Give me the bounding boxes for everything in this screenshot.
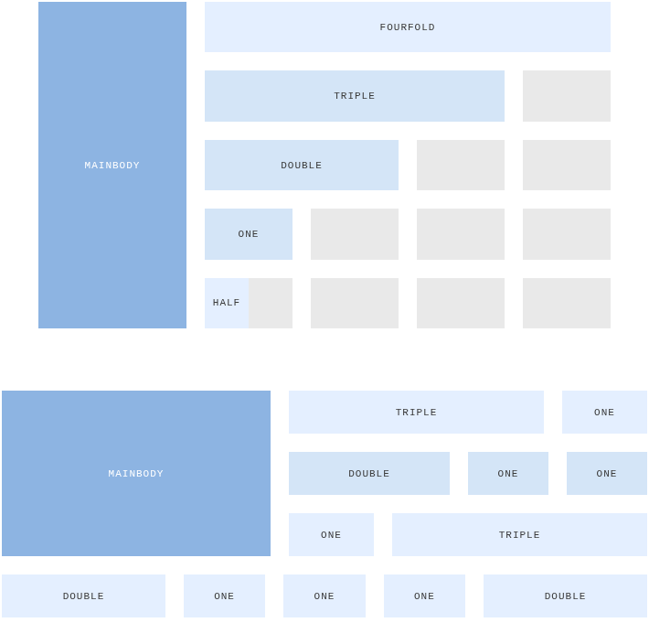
cell-triple: TRIPLE	[289, 391, 544, 434]
double-label: DOUBLE	[545, 591, 587, 602]
one-label: ONE	[214, 591, 235, 602]
cell-triple: TRIPLE	[392, 513, 647, 556]
double-tag: DOUBLE	[2, 574, 165, 617]
row-one: ONE	[205, 209, 611, 259]
grid-example-1: MAINBODY FOURFOLD TRIPLE	[0, 0, 649, 328]
triple-tag: TRIPLE	[289, 391, 544, 434]
double-label: DOUBLE	[281, 160, 323, 171]
one-label: ONE	[314, 591, 335, 602]
mainbody-panel: MAINBODY	[2, 391, 271, 556]
cell-one: ONE	[283, 574, 365, 617]
col	[417, 278, 505, 328]
one-tag: ONE	[562, 391, 647, 434]
one-tag: ONE	[567, 452, 647, 495]
row: DOUBLE ONE ONE	[289, 452, 647, 495]
col	[523, 140, 611, 190]
one-tag: ONE	[283, 574, 365, 617]
col	[311, 278, 399, 328]
double-label: DOUBLE	[63, 591, 105, 602]
one-label: ONE	[594, 407, 615, 418]
cell-double: DOUBLE	[484, 574, 647, 617]
col	[417, 140, 505, 190]
col	[523, 209, 611, 259]
one-label: ONE	[321, 530, 342, 541]
row-triple: TRIPLE	[205, 70, 611, 121]
mainbody-label: MAINBODY	[85, 160, 141, 171]
side-columns: FOURFOLD TRIPLE DOUBLE	[205, 2, 611, 328]
one-span: ONE	[205, 209, 293, 259]
row-fourfold: FOURFOLD	[205, 2, 611, 52]
col	[523, 70, 611, 121]
cell-double: DOUBLE	[2, 574, 165, 617]
col	[523, 278, 611, 328]
mainbody-panel: MAINBODY	[38, 2, 186, 328]
triple-label: TRIPLE	[499, 530, 541, 541]
half-label: HALF	[213, 297, 240, 308]
half-span: HALF	[205, 278, 249, 328]
cell-double: DOUBLE	[289, 452, 450, 495]
cell-one: ONE	[384, 574, 465, 617]
triple-label: TRIPLE	[334, 91, 376, 102]
cell-one: ONE	[562, 391, 647, 434]
one-label: ONE	[414, 591, 435, 602]
double-tag: DOUBLE	[484, 574, 647, 617]
top-block: MAINBODY TRIPLE ONE	[2, 391, 647, 556]
triple-label: TRIPLE	[396, 407, 438, 418]
triple-tag: TRIPLE	[392, 513, 647, 556]
col	[417, 209, 505, 259]
grid-example-2: MAINBODY TRIPLE ONE	[0, 391, 649, 617]
triple-span: TRIPLE	[205, 70, 505, 121]
right-rows: TRIPLE ONE DOUBLE	[289, 391, 647, 556]
col	[311, 209, 399, 259]
one-label: ONE	[597, 468, 618, 479]
one-label: ONE	[498, 468, 519, 479]
double-span: DOUBLE	[205, 140, 399, 190]
row: TRIPLE ONE	[289, 391, 647, 434]
double-tag: DOUBLE	[289, 452, 450, 495]
fourfold-label: FOURFOLD	[380, 22, 436, 33]
grid: MAINBODY TRIPLE ONE	[2, 391, 647, 617]
one-tag: ONE	[184, 574, 265, 617]
row-double: DOUBLE	[205, 140, 611, 190]
cell-one: ONE	[289, 513, 374, 556]
fourfold-span: FOURFOLD	[205, 2, 611, 52]
row-half: HALF	[205, 278, 611, 328]
row-bottom: DOUBLE ONE ONE ONE DOUBLE	[2, 574, 647, 617]
one-label: ONE	[239, 229, 260, 240]
double-label: DOUBLE	[348, 468, 390, 479]
row: ONE TRIPLE	[289, 513, 647, 556]
one-tag: ONE	[289, 513, 374, 556]
cell-one: ONE	[567, 452, 647, 495]
cell-one: ONE	[184, 574, 265, 617]
mainbody-label: MAINBODY	[109, 468, 165, 479]
one-tag: ONE	[384, 574, 465, 617]
cell-one: ONE	[468, 452, 548, 495]
one-tag: ONE	[468, 452, 548, 495]
